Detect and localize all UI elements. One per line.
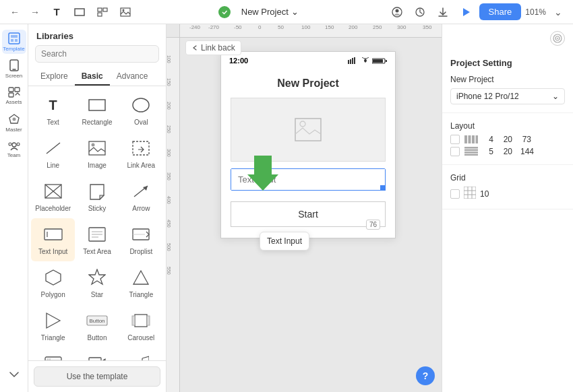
svg-rect-49 bbox=[132, 316, 135, 325]
left-sidebar: Template Screen Assets Master Team bbox=[0, 24, 28, 392]
layout-row-2: 5 20 144 bbox=[450, 147, 565, 156]
lib-text-input-label: Text Input bbox=[38, 248, 67, 256]
ruler-tick: 100 bbox=[301, 24, 310, 30]
libraries-search[interactable] bbox=[35, 45, 159, 63]
lib-item-rectangle[interactable]: Rectangle bbox=[75, 89, 119, 132]
download-button[interactable] bbox=[433, 3, 452, 22]
phone-text-input[interactable] bbox=[231, 169, 385, 190]
sidebar-item-screen[interactable]: Screen bbox=[2, 57, 26, 81]
image-icon bbox=[86, 137, 108, 159]
lib-item-button[interactable]: Button Button bbox=[75, 304, 119, 348]
text-input-icon bbox=[42, 224, 64, 245]
forward-button[interactable]: → bbox=[27, 4, 43, 20]
svg-rect-15 bbox=[9, 88, 13, 92]
back-button[interactable]: ← bbox=[7, 4, 23, 20]
ruler-tick: 100 bbox=[167, 55, 171, 63]
lib-item-image[interactable]: Image bbox=[75, 132, 119, 175]
libraries-bottom: Use the template bbox=[28, 360, 166, 392]
button-icon: Button bbox=[86, 310, 108, 331]
ruler-corner bbox=[167, 24, 180, 38]
sidebar-item-team[interactable]: Team bbox=[2, 137, 26, 162]
svg-rect-97 bbox=[464, 152, 478, 154]
tab-basic[interactable]: Basic bbox=[75, 68, 110, 86]
lib-item-polygon[interactable]: Polygon bbox=[31, 261, 75, 304]
sidebar-item-assets[interactable]: Assets bbox=[2, 84, 26, 108]
lib-item-triangle1[interactable]: Triangle bbox=[119, 261, 163, 304]
search-person-button[interactable] bbox=[388, 3, 406, 22]
lib-item-placeholder[interactable]: Placeholder bbox=[31, 175, 75, 218]
layout-checkbox-1[interactable] bbox=[450, 135, 460, 144]
svg-point-24 bbox=[133, 98, 149, 112]
lib-item-web-page[interactable]: Web Page bbox=[31, 348, 75, 360]
svg-rect-3 bbox=[98, 13, 102, 16]
svg-point-7 bbox=[395, 9, 398, 12]
lib-item-text-area[interactable]: Text Area bbox=[75, 218, 119, 261]
play-button[interactable] bbox=[456, 3, 475, 22]
lib-item-arrow[interactable]: Arrow bbox=[119, 175, 163, 218]
project-name-button[interactable]: New Project ⌄ bbox=[236, 4, 304, 20]
grid-section: Grid 10 bbox=[442, 165, 573, 209]
svg-rect-79 bbox=[350, 59, 351, 64]
svg-point-5 bbox=[123, 9, 125, 11]
lib-item-link-area[interactable]: Link Area bbox=[119, 132, 163, 175]
lib-triangle1-label: Triangle bbox=[129, 291, 153, 299]
lib-item-triangle2[interactable]: Triangle bbox=[31, 304, 75, 348]
lib-button-label: Button bbox=[88, 334, 107, 342]
lib-arrow-label: Arrow bbox=[132, 205, 150, 213]
ruler-tick: 400 bbox=[167, 196, 171, 204]
phone-input-field[interactable] bbox=[231, 168, 386, 191]
use-template-button[interactable]: Use the template bbox=[34, 366, 160, 387]
lib-item-text[interactable]: T Text bbox=[31, 89, 75, 132]
text-area-icon bbox=[86, 224, 108, 245]
lib-item-star[interactable]: Star bbox=[75, 261, 119, 304]
resize-handle[interactable] bbox=[380, 185, 386, 191]
svg-rect-4 bbox=[121, 8, 130, 16]
layout-gutter-2: 20 bbox=[502, 147, 512, 156]
share-button[interactable]: Share bbox=[479, 3, 522, 20]
lib-item-sticky[interactable]: Sticky bbox=[75, 175, 119, 218]
sticky-icon bbox=[86, 181, 108, 202]
component-tool-button[interactable] bbox=[93, 3, 112, 22]
ruler-tick: -240 bbox=[189, 24, 200, 30]
help-button[interactable]: ? bbox=[416, 366, 435, 385]
layout-checkbox-2[interactable] bbox=[450, 147, 460, 156]
history-button[interactable] bbox=[411, 3, 429, 22]
sidebar-collapse-button[interactable] bbox=[2, 362, 26, 387]
status-indicator bbox=[218, 6, 231, 18]
phone-image-placeholder bbox=[231, 98, 386, 162]
device-selector[interactable]: iPhone 12 Pro/12 ⌄ bbox=[450, 88, 565, 104]
tab-advance[interactable]: Advance bbox=[110, 68, 155, 86]
lib-item-droplist[interactable]: Droplist bbox=[119, 218, 163, 261]
link-back-button[interactable]: Link back bbox=[185, 40, 241, 55]
lib-triangle2-label: Triangle bbox=[41, 334, 65, 342]
ruler-tick: 350 bbox=[167, 172, 171, 181]
lib-item-line[interactable]: Line bbox=[31, 132, 75, 175]
lib-item-text-input[interactable]: Text Input bbox=[31, 218, 75, 261]
lib-item-audio[interactable]: Audio bbox=[119, 348, 163, 360]
help-icon: ? bbox=[423, 370, 429, 381]
svg-point-86 bbox=[300, 121, 305, 127]
zoom-chevron[interactable]: ⌄ bbox=[550, 4, 566, 20]
svg-rect-96 bbox=[464, 150, 478, 152]
phone-start-button[interactable]: Start bbox=[231, 201, 386, 227]
toolbar-right: Share 101% ⌄ bbox=[388, 3, 566, 22]
sidebar-item-master[interactable]: Master bbox=[2, 110, 26, 135]
text-tool-button[interactable]: T bbox=[47, 3, 66, 22]
lib-text-area-label: Text Area bbox=[83, 248, 111, 256]
grid-checkbox[interactable] bbox=[450, 189, 460, 199]
rect-tool-button[interactable] bbox=[70, 3, 89, 22]
tab-explore[interactable]: Explore bbox=[34, 68, 75, 86]
lib-item-oval[interactable]: Oval bbox=[119, 89, 163, 132]
target-icon[interactable] bbox=[550, 31, 565, 46]
libraries-panel: Libraries Explore Basic Advance T Text R… bbox=[28, 24, 167, 392]
line-icon bbox=[42, 137, 64, 159]
lib-item-carousel[interactable]: Carousel bbox=[119, 304, 163, 348]
svg-rect-28 bbox=[133, 141, 149, 155]
sidebar-item-template[interactable]: Template bbox=[2, 30, 26, 54]
tooltip-popup: Text Input bbox=[260, 232, 309, 251]
lib-link-area-label: Link Area bbox=[127, 162, 155, 170]
svg-marker-44 bbox=[133, 271, 148, 284]
ruler-tick: 0 bbox=[258, 24, 261, 30]
lib-item-video[interactable]: Video bbox=[75, 348, 119, 360]
image-tool-button[interactable] bbox=[116, 3, 135, 22]
